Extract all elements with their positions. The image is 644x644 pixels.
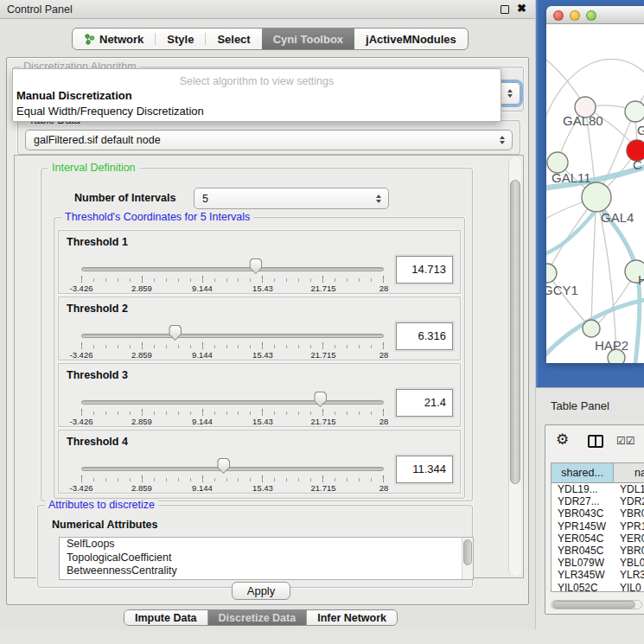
slider-minor-ticks [81,478,384,481]
settings-scrollbar-thumb[interactable] [510,180,520,484]
network-window-titlebar[interactable] [546,6,644,24]
column-header-name[interactable]: na [614,463,644,483]
table-row[interactable]: YBR043C YBR0 [552,507,644,520]
cell[interactable]: YLR345W [552,569,615,581]
minimize-traffic-light-icon[interactable] [570,10,580,21]
cell[interactable]: YBL079W [552,557,615,569]
tab-impute-data[interactable]: Impute Data [124,610,207,625]
cell[interactable]: YDL1 [615,483,644,495]
network-view-window: GAL80 GA C GAL11 GAL4 H GCY1 HAP2 [546,6,644,363]
list-item[interactable]: TopologicalCoefficient [60,552,473,565]
table-row[interactable]: YER054C YER0 [552,532,644,545]
table-horizontal-scrollbar[interactable] [551,600,642,609]
slider-track[interactable] [81,334,384,338]
network-canvas[interactable]: GAL80 GA C GAL11 GAL4 H GCY1 HAP2 [546,24,644,363]
threshold-2-value-field[interactable]: 6.316 [396,322,453,350]
table-row[interactable]: YBR045C YBR0 [552,545,644,557]
settings-scrollbar[interactable] [508,157,521,576]
column-header-shared-name[interactable]: shared... [552,463,614,483]
cell[interactable]: YBR045C [552,545,615,557]
tab-select[interactable]: Select [206,29,261,49]
cell[interactable]: YDL19... [552,483,615,495]
tick-label: 21.715 [310,284,335,293]
slider-track[interactable] [81,467,384,471]
tick-label: 21.715 [310,483,335,493]
slider-track[interactable] [81,400,384,405]
select-columns-icon[interactable]: ☑☑ [616,435,635,447]
close-icon[interactable]: ✖ [517,2,526,15]
table-row[interactable]: YDL19... YDL1 [552,483,644,495]
cell[interactable]: YBR043C [552,507,615,520]
tab-jactivemnodules-label: jActiveMNodules [366,33,456,46]
threshold-4-value-field[interactable]: 11.344 [396,456,453,483]
combo-arrows-icon [500,136,505,144]
tab-cyni-toolbox-label: Cyni Toolbox [273,33,343,46]
list-scrollbar[interactable] [462,538,473,579]
cell[interactable]: YER054C [552,532,615,545]
threshold-4-slider[interactable]: -3.426 2.859 9.144 15.43 21.715 28 [81,455,384,493]
table-row[interactable]: YIL052C YIL0 [552,582,644,593]
close-traffic-light-icon[interactable] [553,10,564,21]
tick-label: -3.426 [70,417,93,426]
network-graph[interactable]: GAL80 GA C GAL11 GAL4 H GCY1 HAP2 [546,24,644,363]
table-horizontal-scrollbar-thumb[interactable] [552,601,635,609]
threshold-3-value-field[interactable]: 21.4 [396,389,453,417]
split-columns-icon[interactable] [588,435,603,448]
table-header-row: shared... na [552,463,644,483]
cell[interactable]: YPR145W [552,520,615,532]
cell[interactable]: YDR27... [552,495,615,507]
table-data-select[interactable]: galFiltered.sif default node [25,130,513,150]
table-row[interactable]: YPR145W YPR1 [552,520,644,532]
table-panel-box: ⚙ ☑☑ shared... na YDL19... YDL1 YDR27...… [545,424,644,615]
node-gcy1[interactable] [546,264,557,283]
node-gal4[interactable] [582,182,611,212]
dropdown-option-equal-width-frequency[interactable]: Equal Width/Frequency Discretization [13,103,501,118]
node-right-top[interactable] [625,101,644,122]
threshold-2-slider[interactable]: -3.426 2.859 9.144 15.43 21.715 28 [81,322,384,360]
tab-discretize-data[interactable]: Discretize Data [207,610,307,625]
list-item[interactable]: BetweennessCentrality [60,564,473,578]
cell[interactable]: YBR0 [615,507,644,520]
attributes-to-discretize-title: Attributes to discretize [45,499,158,511]
node-table[interactable]: shared... na YDL19... YDL1 YDR27... YDR2… [551,462,644,592]
slider-thumb[interactable] [249,258,262,274]
cell[interactable]: YIL0 [615,582,644,593]
zoom-traffic-light-icon[interactable] [586,10,596,21]
cell[interactable]: YIL052C [552,582,615,593]
cell[interactable]: YPR1 [615,520,644,532]
cell[interactable]: YER0 [615,532,644,545]
slider-thumb[interactable] [217,458,230,474]
slider-track[interactable] [81,267,384,271]
apply-button[interactable]: Apply [232,582,290,600]
threshold-1-value-field[interactable]: 14.713 [396,256,453,284]
tick-label: 2.859 [131,284,152,293]
network-icon [84,34,95,45]
cell[interactable]: YBL0 [615,557,644,569]
numerical-attributes-list[interactable]: SelfLoops TopologicalCoefficient Between… [59,537,474,580]
table-row[interactable]: YLR345W YLR3 [552,569,644,581]
float-window-icon[interactable] [501,5,509,14]
gear-icon[interactable]: ⚙ [556,432,569,447]
number-of-intervals-select[interactable]: 5 [194,188,389,209]
tab-network[interactable]: Network [73,29,155,49]
cell[interactable]: YDR2 [615,495,644,507]
tab-style[interactable]: Style [156,29,205,49]
bottom-tab-bar: Impute Data Discretize Data Infer Networ… [124,609,398,626]
list-scrollbar-thumb[interactable] [463,539,472,565]
threshold-1-slider[interactable]: -3.426 2.859 9.144 15.43 21.715 28 [81,255,384,293]
slider-thumb[interactable] [169,325,182,341]
cell[interactable]: YLR3 [615,569,644,581]
threshold-4-label: Threshold 4 [67,436,128,448]
slider-thumb[interactable] [314,392,327,407]
table-row[interactable]: YDR27... YDR2 [552,495,644,507]
tab-cyni-toolbox[interactable]: Cyni Toolbox [262,29,354,49]
threshold-4-box: Threshold 4 -3.426 2.859 9.144 15.43 21.… [58,430,461,494]
table-row[interactable]: YBL079W YBL0 [552,557,644,569]
list-item[interactable]: SelfLoops [60,538,473,552]
tab-jactivemnodules[interactable]: jActiveMNodules [354,29,468,49]
node-hap2[interactable] [583,320,600,337]
dropdown-option-manual-discretization[interactable]: Manual Discretization [13,87,501,103]
tab-infer-network[interactable]: Infer Network [306,610,397,625]
cell[interactable]: YBR0 [615,545,644,557]
threshold-3-slider[interactable]: -3.426 2.859 9.144 15.43 21.715 28 [81,388,384,426]
